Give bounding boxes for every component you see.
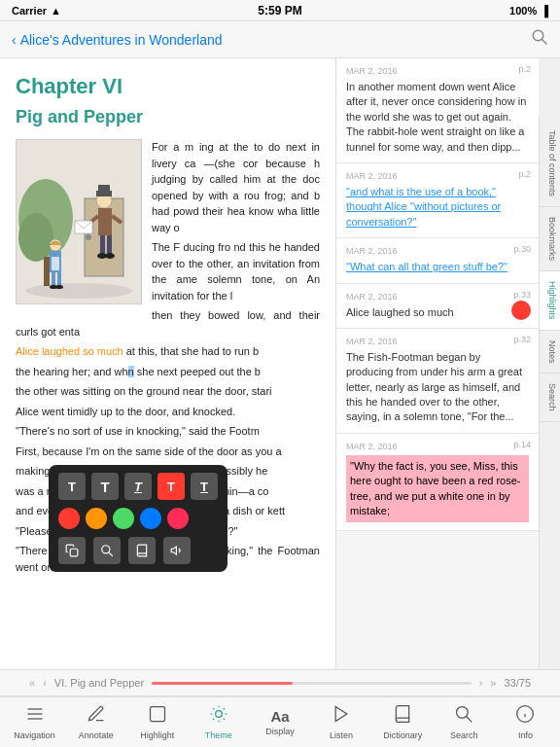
theme-label: Theme [205,730,232,740]
navigation-icon [25,704,45,729]
progress-chapter-label: VI. Pig and Pepper [54,677,144,689]
copy-icon-btn[interactable] [58,537,86,564]
svg-marker-32 [171,547,176,554]
annotation-page-num: p.2 [518,64,531,74]
svg-rect-29 [70,549,78,556]
text-style-italic[interactable]: T [124,473,152,500]
theme-icon [209,704,228,729]
audio-toolbar-icon-btn[interactable] [163,537,191,564]
back-button[interactable]: ‹ Alice's Adventures in Wonderland [12,32,223,48]
navigation-button[interactable]: Navigation [13,704,57,740]
annotate-icon [87,704,106,729]
svg-line-31 [109,552,113,556]
annotation-page-num: p.33 [513,290,531,300]
chapter-subtitle: Pig and Pepper [16,107,320,127]
annotate-button[interactable]: Annotate [74,704,119,740]
listen-button[interactable]: Listen [319,704,364,740]
prev-button[interactable]: ‹ [43,677,47,689]
navigation-label: Navigation [14,730,55,740]
annotation-quote: "What can all that green stuff be?" [346,260,529,274]
highlight-icon [148,704,167,729]
search-toolbar-icon-btn[interactable] [93,537,121,564]
annotation-page-num: p.2 [518,169,531,179]
color-blue[interactable] [140,508,161,529]
book-content: Chapter VI Pig and Pepper [0,58,335,669]
annotation-page-num: p.14 [513,440,531,449]
annotation-page-num: p.32 [513,335,531,344]
progress-bar-area: « ‹ VI. Pig and Pepper › » 33/75 [0,669,560,696]
status-bar: Carrier ▲ 5:59 PM 100% ▐ [0,0,560,21]
tab-search[interactable]: Search [540,374,560,422]
search-button[interactable]: Search [441,704,486,740]
signal-icon: ▲ [51,5,61,17]
svg-rect-18 [107,235,112,255]
tab-notes[interactable]: Notes [540,331,560,374]
annotation-text: The Fish-Footman began by producing from… [346,350,529,425]
progress-fill [152,682,293,685]
svg-point-28 [25,283,132,299]
battery-label: 100% [509,5,537,17]
tab-table-of-contents[interactable]: Table of contents [540,121,560,207]
bottom-toolbar: Navigation Annotate Highlight Theme Aa D… [0,696,560,747]
chapter-illustration [16,139,142,304]
svg-point-39 [457,707,469,719]
progress-track[interactable] [152,682,472,685]
theme-button[interactable]: Theme [196,704,241,740]
svg-rect-7 [44,257,50,286]
annotation-highlight: "Why the fact is, you see, Miss, this he… [346,455,529,523]
search-label: Search [450,730,478,740]
text-style-underline[interactable]: T [191,473,218,500]
annotation-date: MAR 2, 2016 [346,442,529,451]
annotation-text: In another moment down went Alice after … [346,80,529,155]
tab-bookmarks[interactable]: Bookmarks [540,207,560,271]
highlight-label: Highlight [140,730,174,740]
search-icon-button[interactable] [531,28,548,51]
text-style-bold[interactable]: T [91,473,119,500]
highlight-button[interactable]: Highlight [135,704,180,740]
svg-rect-23 [52,257,59,270]
page-count-label: 33/75 [504,677,531,689]
highlighted-text-blue: n [128,366,134,377]
battery-icon: ▐ [541,5,548,17]
annotation-toolbar: T T T T T [49,465,228,572]
tab-highlights[interactable]: Highlights [540,271,560,331]
annotate-label: Annotate [79,730,114,740]
display-icon: Aa [270,708,289,725]
svg-point-20 [105,253,115,259]
svg-rect-14 [75,221,92,233]
annotation-date: MAR 2, 2016 [346,292,529,302]
carrier-label: Carrier [12,5,47,17]
svg-point-6 [18,213,53,262]
back-label: Alice's Adventures in Wonderland [20,32,223,48]
color-red[interactable] [58,508,80,529]
annotation-text: Alice laughed so much [346,305,529,320]
color-pink[interactable] [167,508,189,529]
info-label: Info [518,730,533,740]
dictionary-toolbar-icon-btn[interactable] [128,537,156,564]
info-button[interactable]: Info [503,704,547,740]
color-green[interactable] [113,508,134,529]
color-orange[interactable] [86,508,107,529]
text-style-highlight[interactable]: T [158,473,185,500]
svg-point-30 [102,546,110,553]
display-button[interactable]: Aa Display [258,708,302,736]
next-page-button[interactable]: » [490,677,496,689]
annotation-item: p.30 MAR 2, 2016 "What can all that gree… [336,238,539,283]
listen-label: Listen [330,730,353,740]
annotation-date: MAR 2, 2016 [346,246,529,256]
annotation-item: p.32 MAR 2, 2016 The Fish-Footman began … [336,329,539,434]
next-button[interactable]: › [479,677,483,689]
annotation-page-num: p.30 [513,244,531,254]
annotation-item: p.2 MAR 2, 2016 In another moment down w… [336,58,539,163]
annotation-quote: "and what is the use of a book," thought… [346,185,529,230]
annotation-date: MAR 2, 2016 [346,66,529,76]
search-icon [454,704,473,729]
prev-page-button[interactable]: « [29,677,35,689]
text-style-normal[interactable]: T [58,473,86,500]
annotation-date: MAR 2, 2016 [346,337,529,346]
highlighted-text-orange: Alice laughed so much [16,345,123,357]
time-label: 5:59 PM [258,4,301,18]
svg-point-37 [216,711,223,718]
svg-point-4 [86,234,91,240]
dictionary-button[interactable]: Dictionary [380,704,425,740]
